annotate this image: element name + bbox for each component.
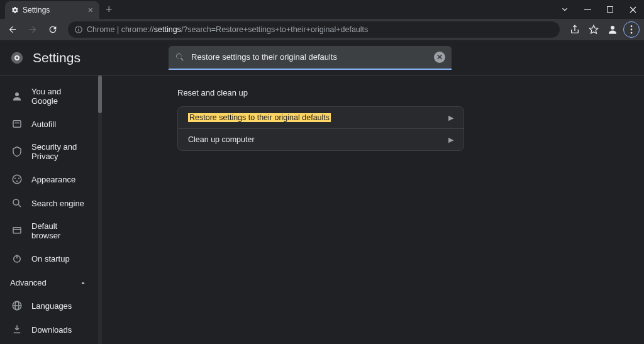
settings-search[interactable]: ✕ — [169, 46, 452, 70]
back-button[interactable] — [4, 21, 21, 38]
sidebar-item-autofill[interactable]: Autofill — [0, 112, 98, 136]
tab-title: Settings — [23, 6, 84, 14]
svg-point-12 — [631, 32, 633, 34]
svg-point-15 — [16, 56, 18, 58]
sidebar-label: Search engine — [31, 199, 84, 208]
sidebar-item-security[interactable]: Security and Privacy — [0, 136, 98, 167]
browser-toolbar: Chrome | chrome://settings/?search=Resto… — [0, 19, 644, 40]
svg-point-9 — [611, 26, 614, 30]
maximize-button[interactable] — [599, 0, 621, 19]
address-text: Chrome | chrome://settings/?search=Resto… — [87, 25, 368, 34]
sidebar-label: Languages — [31, 301, 72, 311]
forward-button[interactable] — [24, 21, 42, 38]
sidebar-item-search-engine[interactable]: Search engine — [0, 191, 98, 215]
sidebar-label: You and Google — [31, 87, 87, 106]
svg-line-24 — [18, 204, 21, 207]
reset-card: Restore settings to their original defau… — [177, 106, 464, 151]
svg-rect-1 — [608, 7, 613, 13]
bookmark-icon[interactable] — [585, 21, 602, 38]
minimize-button[interactable] — [576, 0, 599, 19]
svg-point-20 — [14, 177, 16, 179]
browser-tab[interactable]: Settings × — [5, 1, 99, 19]
sidebar-label: Autofill — [31, 119, 56, 129]
svg-point-21 — [18, 177, 19, 179]
site-info-icon[interactable] — [74, 25, 83, 34]
row-label: Restore settings to their original defau… — [188, 113, 331, 122]
reload-button[interactable] — [44, 21, 62, 38]
svg-rect-17 — [13, 121, 21, 128]
share-icon[interactable] — [566, 21, 584, 38]
svg-point-11 — [631, 29, 633, 31]
sidebar-scrollbar[interactable] — [98, 75, 102, 344]
tab-dropdown-icon[interactable] — [553, 0, 576, 19]
close-tab-icon[interactable]: × — [88, 5, 93, 15]
svg-rect-25 — [13, 228, 21, 233]
chevron-up-icon — [79, 279, 87, 287]
sidebar-item-downloads[interactable]: Downloads — [0, 318, 98, 341]
svg-rect-0 — [584, 9, 591, 10]
settings-header: Settings ✕ — [0, 40, 644, 75]
settings-sidebar: You and Google Autofill Security and Pri… — [0, 75, 98, 344]
svg-point-19 — [13, 175, 21, 184]
clear-search-button[interactable]: ✕ — [434, 52, 445, 63]
page-title: Settings — [33, 50, 80, 65]
sidebar-advanced-label: Advanced — [10, 278, 47, 287]
svg-point-23 — [13, 199, 19, 205]
chrome-menu-button[interactable] — [623, 21, 640, 38]
window-controls — [553, 0, 644, 19]
row-label: Clean up computer — [188, 135, 255, 144]
close-window-button[interactable] — [621, 0, 644, 19]
svg-rect-5 — [78, 29, 79, 31]
profile-icon[interactable] — [604, 21, 621, 38]
svg-point-22 — [16, 180, 18, 182]
sidebar-item-on-startup[interactable]: On startup — [0, 247, 98, 270]
sidebar-item-default-browser[interactable]: Default browser — [0, 215, 98, 247]
sidebar-item-appearance[interactable]: Appearance — [0, 167, 98, 191]
address-bar[interactable]: Chrome | chrome://settings/?search=Resto… — [68, 21, 560, 38]
chrome-logo-icon — [10, 51, 24, 65]
svg-point-16 — [15, 92, 19, 96]
sidebar-advanced-toggle[interactable]: Advanced — [0, 270, 98, 294]
scrollbar-thumb[interactable] — [98, 75, 102, 113]
chevron-right-icon: ▶ — [448, 136, 453, 144]
sidebar-item-accessibility[interactable]: Accessibility — [0, 341, 98, 344]
svg-rect-6 — [78, 28, 79, 28]
new-tab-button[interactable]: + — [106, 3, 113, 16]
sidebar-label: Security and Privacy — [31, 142, 87, 161]
svg-rect-18 — [14, 123, 19, 124]
svg-point-10 — [631, 25, 633, 27]
svg-marker-8 — [589, 25, 597, 33]
section-title: Reset and clean up — [177, 88, 644, 97]
sidebar-item-you-and-google[interactable]: You and Google — [0, 80, 98, 112]
titlebar: Settings × + — [0, 0, 644, 19]
sidebar-label: Default browser — [31, 221, 87, 240]
search-input[interactable] — [191, 52, 428, 62]
sidebar-item-languages[interactable]: Languages — [0, 294, 98, 318]
chevron-right-icon: ▶ — [448, 114, 453, 122]
restore-defaults-row[interactable]: Restore settings to their original defau… — [178, 107, 464, 128]
sidebar-label: Downloads — [31, 325, 72, 335]
search-icon — [175, 52, 185, 62]
sidebar-label: On startup — [31, 254, 70, 264]
settings-content: Reset and clean up Restore settings to t… — [102, 75, 644, 344]
gear-icon — [11, 6, 19, 14]
sidebar-label: Appearance — [31, 175, 75, 184]
main-area: You and Google Autofill Security and Pri… — [0, 75, 644, 344]
clean-up-computer-row[interactable]: Clean up computer ▶ — [178, 128, 464, 150]
